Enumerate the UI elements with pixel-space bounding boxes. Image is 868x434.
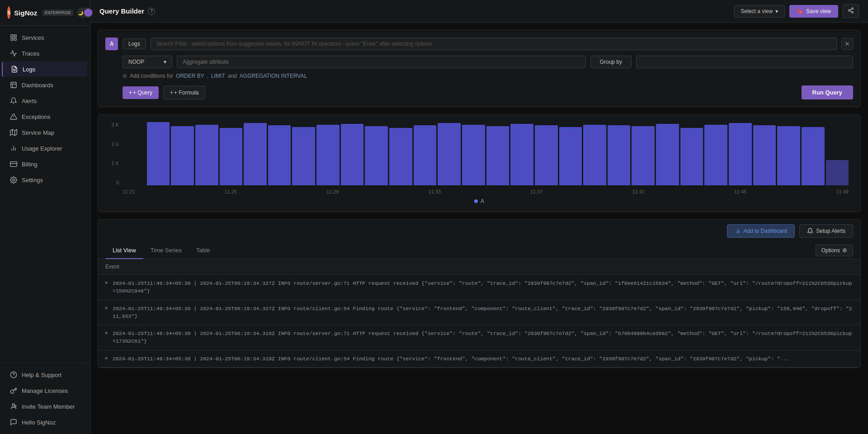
sidebar-item-invite[interactable]: Invite Team Member xyxy=(3,399,87,414)
sidebar: S SigNoz ENTERPRISE 🌙 Services Traces Lo… xyxy=(0,0,90,434)
filter-placeholder: Search Filter : select options from sugg… xyxy=(156,41,432,47)
sidebar-label-invite: Invite Team Member xyxy=(22,403,75,410)
alert-triangle-icon xyxy=(10,113,17,120)
svg-rect-17 xyxy=(10,162,17,167)
share-icon xyxy=(848,7,854,14)
event-row[interactable]: ▶ 2024-01-25T11:49:34+05:30 | 2024-01-25… xyxy=(98,300,860,326)
sidebar-label-help: Help & Support xyxy=(22,372,61,378)
sidebar-label-exceptions: Exceptions xyxy=(22,113,51,120)
group-by-button: Group by xyxy=(590,56,632,68)
add-query-button[interactable]: + + Query xyxy=(123,86,159,99)
gear-icon: ⚙ xyxy=(842,247,847,254)
y-label-3k: 3 K xyxy=(105,122,119,127)
group-by-input[interactable] xyxy=(636,56,853,68)
svg-rect-1 xyxy=(14,35,16,37)
sidebar-label-hello: Hello SigNoz xyxy=(22,419,56,426)
setup-alerts-button[interactable]: Setup Alerts xyxy=(799,224,853,238)
share-button[interactable] xyxy=(843,4,859,18)
order-by-link[interactable]: ORDER BY xyxy=(176,73,204,79)
svg-line-28 xyxy=(850,11,852,12)
expand-row-icon[interactable]: ▶ xyxy=(105,355,108,361)
expand-row-icon[interactable]: ▶ xyxy=(105,280,108,285)
chart-bar xyxy=(341,124,364,185)
tab-time-series[interactable]: Time Series xyxy=(143,242,189,259)
expand-icon[interactable]: ⊕ xyxy=(123,73,127,79)
expand-row-icon[interactable]: ▶ xyxy=(105,305,108,311)
y-label-1k: 1 K xyxy=(105,160,119,166)
sidebar-item-dashboards[interactable]: Dashboards xyxy=(3,77,87,93)
sidebar-item-billing[interactable]: Billing xyxy=(3,156,87,172)
svg-rect-2 xyxy=(11,38,13,40)
chart-y-axis: 3 K 2 K 1 K 0 xyxy=(105,122,119,185)
main-content: A Logs Search Filter : select options fr… xyxy=(90,23,868,434)
options-button[interactable]: Options ⚙ xyxy=(816,245,853,256)
legend-label-a: A xyxy=(481,198,484,204)
x-label-1141: 11:41 xyxy=(632,189,645,194)
sidebar-item-usage-explorer[interactable]: Usage Explorer xyxy=(3,141,87,156)
sidebar-label-manage-licenses: Manage Licenses xyxy=(22,387,68,394)
chart-bar xyxy=(753,125,776,185)
help-tooltip-icon[interactable]: ? xyxy=(148,8,155,15)
aggregation-interval-link[interactable]: AGGREGATION INTERVAL xyxy=(240,73,307,79)
results-tabs: List View Time Series Table Options ⚙ xyxy=(98,242,860,259)
message-circle-icon xyxy=(10,419,17,426)
event-text: 2024-01-25T11:49:34+05:30 | 2024-01-25T0… xyxy=(113,330,853,345)
aggregate-attribute-input[interactable] xyxy=(177,56,586,68)
event-text: 2024-01-25T11:49:34+05:30 | 2024-01-25T0… xyxy=(113,305,853,321)
select-view-button[interactable]: Select a view ▾ xyxy=(734,5,785,18)
expand-row-icon[interactable]: ▶ xyxy=(105,330,108,335)
sidebar-item-manage-licenses[interactable]: Manage Licenses xyxy=(3,383,87,398)
query-label-a: A xyxy=(105,38,118,50)
limit-link[interactable]: LIMIT xyxy=(211,73,225,79)
sidebar-item-hello[interactable]: Hello SigNoz xyxy=(3,415,87,430)
add-to-dashboard-button[interactable]: Add to Dashboard xyxy=(727,224,795,238)
close-filter-button[interactable]: ✕ xyxy=(841,38,853,50)
sidebar-item-settings[interactable]: Settings xyxy=(3,172,87,188)
chart-bar xyxy=(559,127,582,185)
sidebar-item-exceptions[interactable]: Exceptions xyxy=(3,109,87,124)
sidebar-item-services[interactable]: Services xyxy=(3,30,87,45)
sidebar-item-help[interactable]: Help & Support xyxy=(3,367,87,382)
sidebar-bottom: Help & Support Manage Licenses Invite Te… xyxy=(0,363,90,434)
chart-bar xyxy=(486,126,509,185)
plus-icon: + xyxy=(129,90,132,96)
chart-bar xyxy=(802,127,825,185)
x-label-1129: 11:29 xyxy=(326,189,339,194)
noop-select[interactable]: NOOP ▾ xyxy=(123,56,172,68)
sidebar-item-logs[interactable]: Logs xyxy=(2,61,87,77)
sidebar-item-traces[interactable]: Traces xyxy=(3,46,87,61)
svg-point-19 xyxy=(13,179,14,181)
sidebar-label-services: Services xyxy=(22,34,44,41)
x-label-1133: 11:33 xyxy=(428,189,441,194)
add-formula-button[interactable]: + + Formula xyxy=(163,86,205,99)
run-query-button[interactable]: Run Query xyxy=(802,85,853,99)
event-row[interactable]: ▶ 2024-01-25T11:49:34+05:30 | 2024-01-25… xyxy=(98,275,860,300)
event-row[interactable]: ▶ 2024-01-25T11:49:34+05:30 | 2024-01-25… xyxy=(98,325,860,350)
chart-bar xyxy=(608,125,631,185)
chart-bar xyxy=(729,123,752,185)
bell-icon xyxy=(10,97,17,104)
sidebar-item-service-map[interactable]: Service Map xyxy=(3,125,87,140)
filter-input-area[interactable]: Search Filter : select options from sugg… xyxy=(151,38,837,50)
chart-legend: A xyxy=(105,198,853,204)
chart-bar xyxy=(147,122,170,185)
chevron-down-icon: ▾ xyxy=(775,8,778,14)
chart-bar xyxy=(268,125,291,185)
data-source-tag[interactable]: Logs xyxy=(123,38,146,49)
aggregate-row: NOOP ▾ Group by xyxy=(105,56,853,68)
theme-toggle[interactable]: 🌙 xyxy=(77,8,93,18)
svg-marker-11 xyxy=(10,129,17,135)
x-label-1125: 11:25 xyxy=(224,189,237,194)
tab-table[interactable]: Table xyxy=(189,242,217,259)
save-view-button[interactable]: 🔖 Save view xyxy=(789,5,838,18)
svg-point-27 xyxy=(852,11,854,13)
y-label-0: 0 xyxy=(105,180,119,185)
chart-bar xyxy=(171,126,194,185)
tab-list-view[interactable]: List View xyxy=(105,242,143,259)
chart-bar xyxy=(510,124,533,185)
file-text-icon xyxy=(11,66,18,73)
sidebar-nav: Services Traces Logs Dashboards Alerts E… xyxy=(0,26,90,363)
sidebar-item-alerts[interactable]: Alerts xyxy=(3,93,87,108)
chart-bar xyxy=(656,124,679,185)
event-row[interactable]: ▶ 2024-01-25T11:49:34+05:30 | 2024-01-25… xyxy=(98,350,860,368)
